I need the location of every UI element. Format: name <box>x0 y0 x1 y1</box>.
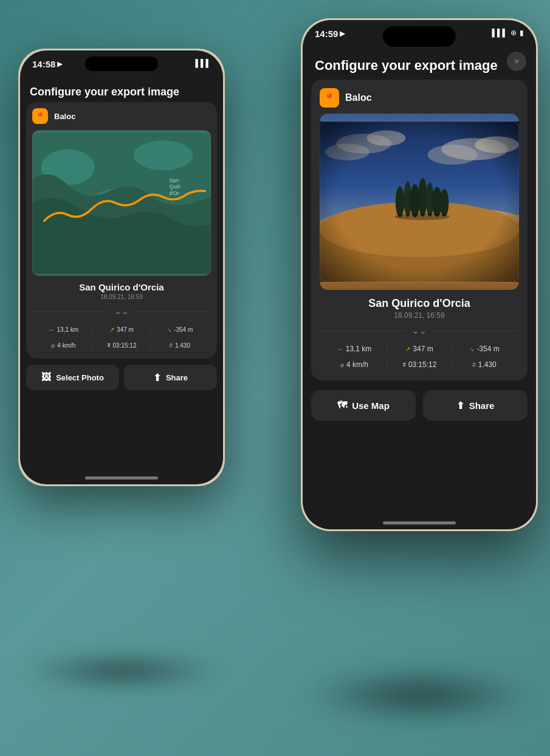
share-button-front[interactable]: ⬆ Share <box>423 390 528 421</box>
status-icons-front: ▌▌▌ ⊕ ▮ <box>492 29 524 37</box>
app-icon-back: 📍 <box>32 108 48 124</box>
elev-up-value-back: 347 m <box>117 326 134 333</box>
phone-back: 14:58 ▶ ▌▌▌ Configure your export image … <box>18 49 225 486</box>
stats-row2-back: ⌀ 4 km/h ⧗ 03:15:12 # 1.430 <box>32 338 211 352</box>
screen-content-front: Configure your export image 📍 Baloc <box>303 50 536 529</box>
app-icon-front: 📍 <box>320 88 339 108</box>
photo-image-front <box>320 114 519 290</box>
topo-svg: San Quiri d'Or <box>32 130 211 276</box>
close-button[interactable]: × <box>507 52 526 71</box>
svg-text:San: San <box>169 177 179 184</box>
share-btn-icon-front: ⬆ <box>456 400 464 411</box>
share-label-front: Share <box>469 400 495 411</box>
speed-value-back: 4 km/h <box>57 342 75 349</box>
svg-text:d'Or: d'Or <box>169 190 179 196</box>
screen-content-back: Configure your export image 📍 Baloc <box>20 81 223 484</box>
time-text-front: 14:59 <box>315 29 338 39</box>
stats-row1-front: ↔ 13,1 km ↗ 347 m ↘ -354 m <box>320 342 519 356</box>
phone-shadow-back <box>18 653 225 689</box>
bottom-buttons-front: 🗺 Use Map ⬆ Share <box>303 380 536 427</box>
svg-text:Quiri: Quiri <box>169 184 180 190</box>
stat-id-front: # 1.430 <box>452 360 517 369</box>
map-btn-icon: 🗺 <box>337 400 347 411</box>
select-photo-label: Select Photo <box>56 373 104 382</box>
phone-back-screen: 14:58 ▶ ▌▌▌ Configure your export image … <box>20 50 223 484</box>
status-icons-back: ▌▌▌ <box>195 59 211 67</box>
divider-row-back: ⌄⌄ <box>32 306 211 316</box>
share-btn-icon-back: ⬆ <box>153 372 161 383</box>
distance-icon-back: ↔ <box>49 326 55 333</box>
dynamic-island <box>383 26 456 47</box>
stat-elev-up-front: ↗ 347 m <box>387 345 452 353</box>
export-card-back: 📍 Baloc <box>26 102 217 359</box>
pin-icon: 📍 <box>35 112 45 121</box>
elev-up-value-front: 347 m <box>413 345 433 353</box>
stat-duration-front: ⧗ 03:15:12 <box>387 360 452 369</box>
stat-elev-down-front: ↘ -354 m <box>452 345 517 353</box>
stat-duration-back: ⧗ 03:15:12 <box>93 342 151 349</box>
use-map-label: Use Map <box>352 400 390 411</box>
home-indicator-front <box>383 521 456 524</box>
home-indicator-back <box>85 476 158 479</box>
id-icon-front: # <box>472 362 476 368</box>
export-card-front: 📍 Baloc <box>311 80 528 380</box>
svg-rect-24 <box>320 122 519 282</box>
page-title-front: Configure your export image <box>303 50 536 80</box>
share-label-back: Share <box>166 373 188 382</box>
location-date-front: 18.09.21, 16:59 <box>320 311 519 320</box>
battery-icon-front: ▮ <box>520 29 524 37</box>
elev-down-icon-front: ↘ <box>469 346 474 352</box>
stat-distance-back: ↔ 13,1 km <box>35 326 92 333</box>
id-icon-back: # <box>169 342 173 349</box>
distance-value-back: 13,1 km <box>57 326 79 333</box>
status-time-back: 14:58 ▶ <box>32 59 62 69</box>
id-value-front: 1.430 <box>478 360 497 369</box>
stats-row2-front: ⌀ 4 km/h ⧗ 03:15:12 # 1.430 <box>320 357 519 372</box>
divider-right-back <box>135 311 211 312</box>
elev-up-icon-back: ↗ <box>109 326 114 333</box>
elev-up-icon-front: ↗ <box>405 346 410 352</box>
wifi-icon-front: ⊕ <box>510 29 517 37</box>
stat-elev-up-back: ↗ 347 m <box>93 326 151 333</box>
divider-left-back <box>32 311 108 312</box>
duration-icon-back: ⧗ <box>107 342 111 349</box>
use-map-button[interactable]: 🗺 Use Map <box>311 390 416 421</box>
svg-point-2 <box>134 140 193 170</box>
location-arrow-icon-front: ▶ <box>340 30 345 38</box>
signal-icon: ▌▌▌ <box>195 59 211 67</box>
duration-value-front: 03:15:12 <box>408 360 437 369</box>
stats-row1-back: ↔ 13,1 km ↗ 347 m ↘ -354 m <box>32 322 211 337</box>
photo-btn-icon: 🖼 <box>41 372 51 383</box>
stat-speed-back: ⌀ 4 km/h <box>35 342 92 349</box>
phone-front: 14:59 ▶ ▌▌▌ ⊕ ▮ × Configure your export … <box>301 18 538 531</box>
chevron-icon-front: ⌄⌄ <box>412 326 427 335</box>
speed-value-front: 4 km/h <box>346 360 368 369</box>
divider-row-front: ⌄⌄ <box>320 326 519 335</box>
app-name-front: Baloc <box>345 92 372 103</box>
location-name-front: San Quirico d'Orcia <box>320 297 519 310</box>
duration-value-back: 03:15:12 <box>113 342 137 349</box>
time-text-back: 14:58 <box>32 59 55 69</box>
speed-icon-front: ⌀ <box>340 362 344 368</box>
landscape-svg <box>320 114 519 290</box>
map-image-back: San Quiri d'Or <box>32 130 211 276</box>
duration-icon-front: ⧗ <box>402 362 406 368</box>
app-name-back: Baloc <box>54 112 75 121</box>
stat-id-back: # 1.430 <box>151 342 208 349</box>
id-value-back: 1.430 <box>175 342 190 349</box>
elev-down-value-back: -354 m <box>174 326 193 333</box>
distance-value-front: 13,1 km <box>346 345 372 353</box>
divider-left-front <box>320 331 406 331</box>
notch-back <box>85 57 158 71</box>
share-button-back[interactable]: ⬆ Share <box>124 365 217 390</box>
app-brand-front: 📍 Baloc <box>320 88 519 108</box>
elev-down-icon-back: ↘ <box>167 326 171 333</box>
pin-icon-front: 📍 <box>323 92 335 104</box>
location-name-back: San Quirico d'Orcia <box>32 282 211 292</box>
stat-elev-down-back: ↘ -354 m <box>151 326 208 333</box>
stat-distance-front: ↔ 13,1 km <box>322 345 387 353</box>
select-photo-button[interactable]: 🖼 Select Photo <box>26 365 119 390</box>
bottom-buttons-back: 🖼 Select Photo ⬆ Share <box>20 359 223 395</box>
divider-right-front <box>433 331 519 331</box>
app-brand-back: 📍 Baloc <box>32 108 211 124</box>
